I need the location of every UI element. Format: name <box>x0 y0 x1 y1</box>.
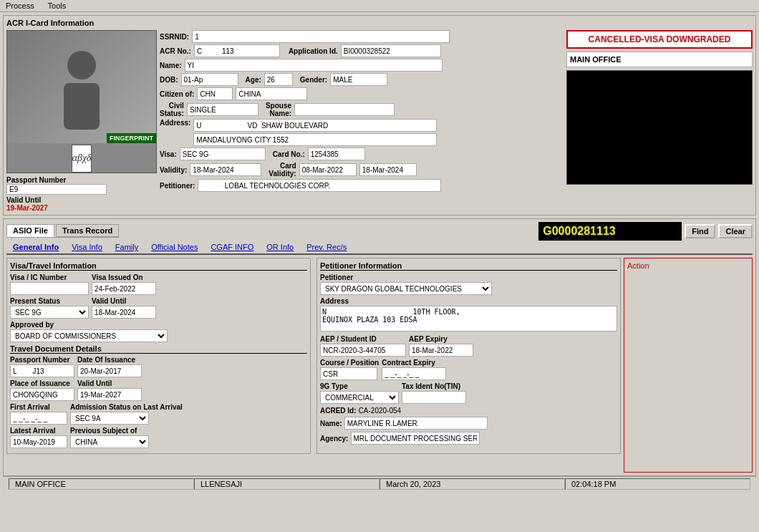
admission-status-select[interactable]: SEC 9A <box>70 412 149 425</box>
petitioner-select[interactable]: SKY DRAGON GLOBAL TECHNOLOGIES <box>320 282 492 295</box>
citizen-chn-input[interactable] <box>197 87 233 100</box>
petitioner-row: Petitioner: <box>160 179 564 192</box>
present-status-select[interactable]: SEC 9G <box>10 306 89 319</box>
clear-button[interactable]: Clear <box>718 224 753 238</box>
aep-student-id-input[interactable] <box>320 344 406 357</box>
acr-no-input[interactable] <box>194 44 280 57</box>
find-button[interactable]: Find <box>685 224 715 238</box>
valid-until-input[interactable] <box>92 306 156 319</box>
visa-issued-on-input[interactable] <box>92 282 156 295</box>
tab-trans-record[interactable]: Trans Record <box>56 224 119 237</box>
tab-cgaf-info[interactable]: CGAF INFO <box>204 241 260 253</box>
gender-label: Gender: <box>300 76 327 84</box>
previous-subject-select[interactable]: CHINA <box>70 435 149 448</box>
civil-status-input[interactable] <box>187 103 258 116</box>
citizen-china-input[interactable] <box>236 87 307 100</box>
petitioner-input[interactable] <box>198 179 441 192</box>
card-validity-label: CardValidity: <box>269 162 296 178</box>
right-panel: CANCELLED-VISA DOWNGRADED MAIN OFFICE <box>566 30 753 212</box>
tab-visa-info[interactable]: Visa Info <box>65 241 109 253</box>
first-arrival-input[interactable] <box>10 412 67 425</box>
visa-label: Visa: <box>160 150 177 158</box>
status-user: LLENESAJI <box>194 478 380 490</box>
citizen-row: Citizen of: <box>160 87 564 100</box>
name-label: Name: <box>160 62 182 69</box>
passport-number-input[interactable] <box>10 364 74 377</box>
ssrnid-row: SSRNID: <box>160 30 564 43</box>
ssrnid-input[interactable] <box>192 30 450 43</box>
latest-arrival-input[interactable] <box>10 435 67 448</box>
tab-prev-recs[interactable]: Prev. Rec/s <box>300 241 353 253</box>
card-no-input[interactable] <box>308 147 365 160</box>
search-bar: Find Clear <box>538 222 753 241</box>
name-input[interactable] <box>185 59 443 72</box>
menu-tools[interactable]: Tools <box>48 1 67 10</box>
tab-family[interactable]: Family <box>109 241 145 253</box>
place-of-issuance-input[interactable] <box>10 388 74 401</box>
gender-input[interactable] <box>330 73 387 86</box>
svg-point-0 <box>67 51 96 79</box>
form-area: SSRNID: ACR No.: Application Id. Name: <box>160 30 564 212</box>
card-validity-from-input[interactable] <box>299 163 357 176</box>
contract-expiry-label: Contract Expiry <box>382 359 446 367</box>
visa-input[interactable] <box>180 147 266 160</box>
visa-travel-title: Visa/Travel Information <box>10 261 307 271</box>
petitioner-section: Petitioner Information Petitioner SKY DR… <box>316 258 621 454</box>
tab-general-info[interactable]: General Info <box>6 241 65 253</box>
address-line2-input[interactable] <box>193 133 437 146</box>
validity-label: Validity: <box>160 166 187 174</box>
validity-input[interactable] <box>190 163 261 176</box>
app-id-input[interactable] <box>341 44 441 57</box>
aep-expiry-input[interactable] <box>409 344 473 357</box>
agency-input[interactable] <box>351 432 480 445</box>
acred-name-input[interactable] <box>344 417 488 430</box>
search-input[interactable] <box>538 222 682 241</box>
acr-icard-title: ACR I-Card Information <box>6 19 753 27</box>
passport-number-label: Passport Number <box>6 176 157 184</box>
approved-by-label: Approved by <box>10 321 307 329</box>
name-row: Name: <box>160 59 564 72</box>
age-label: Age: <box>246 76 261 84</box>
travel-valid-until-input[interactable] <box>77 388 142 401</box>
civil-status-label: CivilStatus: <box>160 102 184 117</box>
date-of-issuance-input[interactable] <box>77 364 142 377</box>
content-area: Visa/Travel Information Visa / IC Number… <box>6 258 753 473</box>
valid-until-label: Valid Until <box>6 196 157 204</box>
spouse-name-label: SpouseName: <box>266 102 291 117</box>
tab-asio-file[interactable]: ASIO File <box>6 224 54 237</box>
tab-official-notes[interactable]: Official Notes <box>145 241 204 253</box>
petitioner-address-textarea[interactable]: N 10TH FLOOR, EQUINOX PLAZA 103 EDSA <box>320 306 617 332</box>
petitioner-address-label: Address <box>320 297 617 305</box>
action-panel: Action <box>624 258 753 473</box>
visa-ic-number-input[interactable] <box>10 282 89 295</box>
first-arrival-label: First Arrival <box>10 403 67 411</box>
menu-process[interactable]: Process <box>6 1 34 10</box>
tabs-section: ASIO File Trans Record Find Clear Genera… <box>3 218 756 476</box>
card-validity-to-input[interactable] <box>359 163 417 176</box>
address-line1-input[interactable] <box>193 119 437 132</box>
9g-type-label: 9G Type <box>320 382 399 390</box>
card-no-label: Card No.: <box>273 150 305 158</box>
citizen-label: Citizen of: <box>160 90 194 98</box>
dob-label: DOB: <box>160 76 178 84</box>
validity-row: Validity: CardValidity: <box>160 162 564 178</box>
visa-ic-number-label: Visa / IC Number <box>10 274 89 281</box>
9g-type-select[interactable]: COMMERCIAL <box>320 391 399 404</box>
course-position-input[interactable] <box>320 367 377 380</box>
tab-or-info[interactable]: OR Info <box>260 241 300 253</box>
tax-ident-input[interactable] <box>402 391 466 404</box>
course-position-label: Course / Position <box>320 359 379 367</box>
person-silhouette <box>53 44 110 130</box>
main-office-box: MAIN OFFICE <box>566 52 753 67</box>
petitioner-field-label: Petitioner <box>320 274 617 281</box>
app-id-label: Application Id. <box>289 47 338 55</box>
dob-input[interactable] <box>181 73 238 86</box>
status-office: MAIN OFFICE <box>9 478 194 490</box>
status-date: March 20, 2023 <box>380 478 565 490</box>
contract-expiry-input[interactable] <box>382 367 446 380</box>
acred-id-value: CA-2020-054 <box>359 407 401 415</box>
approved-by-select[interactable]: BOARD OF COMMISSIONERS <box>10 329 168 342</box>
aep-student-id-label: AEP / Student ID <box>320 335 406 343</box>
age-input[interactable] <box>264 73 293 86</box>
spouse-name-input[interactable] <box>294 103 395 116</box>
